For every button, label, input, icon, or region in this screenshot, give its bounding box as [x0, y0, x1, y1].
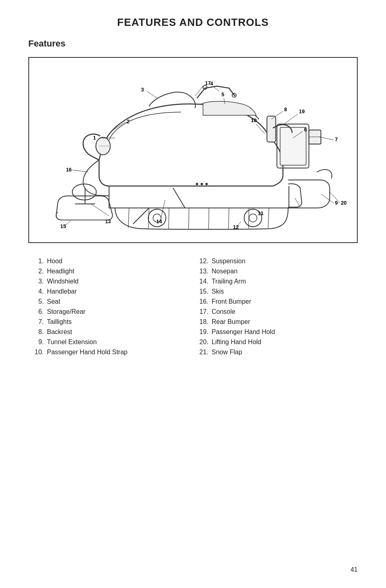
- svg-text:8: 8: [284, 106, 287, 112]
- item-label: Windshield: [47, 278, 78, 285]
- svg-text:17: 17: [205, 80, 211, 86]
- list-item: 18.Rear Bumper: [193, 318, 358, 326]
- svg-point-65: [196, 183, 198, 185]
- list-item: 14.Trailing Arm: [193, 278, 358, 285]
- svg-text:11: 11: [258, 210, 263, 216]
- svg-text:2: 2: [127, 118, 129, 125]
- list-item: 4.Handlebar: [28, 288, 193, 295]
- item-number: 3.: [28, 278, 44, 285]
- item-label: Taillights: [47, 318, 72, 326]
- item-label: Nosepan: [212, 268, 238, 275]
- svg-text:5: 5: [221, 91, 224, 97]
- svg-text:6: 6: [304, 127, 307, 133]
- svg-rect-0: [29, 60, 357, 240]
- item-number: 7.: [28, 318, 44, 326]
- list-item: 3.Windshield: [28, 278, 193, 285]
- list-item: 9.Tunnel Extension: [28, 338, 193, 346]
- list-item: 1.Hood: [28, 258, 193, 265]
- svg-text:13: 13: [105, 218, 111, 224]
- item-label: Seat: [47, 298, 60, 305]
- item-label: Skis: [212, 288, 224, 295]
- item-label: Lifting Hand Hold: [212, 338, 261, 346]
- svg-text:20: 20: [341, 200, 346, 206]
- svg-text:10: 10: [251, 117, 257, 123]
- item-label: Suspension: [212, 258, 246, 265]
- svg-rect-3: [267, 116, 276, 142]
- item-number: 5.: [28, 298, 44, 305]
- features-col-right: 12.Suspension13.Nosepan14.Trailing Arm15…: [193, 258, 358, 359]
- list-item: 16.Front Bumper: [193, 298, 358, 305]
- list-item: 12.Suspension: [193, 258, 358, 265]
- section-title: Features: [28, 38, 358, 49]
- item-label: Hood: [47, 258, 62, 265]
- item-number: 14.: [193, 278, 208, 285]
- item-number: 13.: [193, 268, 208, 275]
- item-label: Snow Flap: [212, 349, 242, 356]
- page-title: FEATURES AND CONTROLS: [28, 16, 358, 29]
- list-item: 19.Passenger Hand Hold: [193, 328, 358, 336]
- features-list: 1.Hood2.Headlight3.Windshield4.Handlebar…: [28, 258, 358, 359]
- svg-text:19: 19: [299, 108, 305, 114]
- list-item: 10.Passenger Hand Hold Strap: [28, 349, 193, 356]
- list-item: 2.Headlight: [28, 268, 193, 275]
- item-label: Trailing Arm: [212, 278, 246, 285]
- item-number: 1.: [28, 258, 44, 265]
- page-number: 41: [350, 566, 358, 573]
- item-label: Handlebar: [47, 288, 77, 295]
- svg-text:9: 9: [335, 200, 338, 206]
- item-label: Front Bumper: [212, 298, 251, 305]
- item-number: 4.: [28, 288, 44, 295]
- item-number: 20.: [193, 338, 208, 346]
- item-number: 21.: [193, 349, 208, 356]
- item-number: 2.: [28, 268, 44, 275]
- list-item: 21.Snow Flap: [193, 349, 358, 356]
- list-item: 8.Backrest: [28, 328, 193, 336]
- svg-text:16: 16: [66, 167, 72, 173]
- svg-text:12: 12: [233, 224, 239, 230]
- svg-text:14: 14: [156, 218, 162, 224]
- svg-text:15: 15: [60, 223, 66, 229]
- list-item: 13.Nosepan: [193, 268, 358, 275]
- svg-text:7: 7: [335, 136, 338, 142]
- item-number: 8.: [28, 328, 44, 336]
- svg-point-67: [206, 183, 208, 185]
- item-label: Tunnel Extension: [47, 338, 97, 346]
- item-number: 12.: [193, 258, 208, 265]
- item-number: 18.: [193, 318, 208, 326]
- item-label: Passenger Hand Hold: [212, 328, 275, 336]
- page: FEATURES AND CONTROLS Features: [0, 0, 386, 588]
- item-number: 16.: [193, 298, 208, 305]
- snowmobile-diagram: 1 2 3 4 5 6 7 8 9: [28, 57, 358, 243]
- item-number: 9.: [28, 338, 44, 346]
- item-number: 15.: [193, 288, 208, 295]
- list-item: 7.Taillights: [28, 318, 193, 326]
- item-label: Storage/Rear: [47, 308, 85, 315]
- item-label: Backrest: [47, 328, 72, 336]
- item-number: 6.: [28, 308, 44, 315]
- item-number: 10.: [28, 349, 44, 356]
- item-number: 17.: [193, 308, 208, 315]
- svg-point-66: [201, 183, 203, 185]
- item-number: 19.: [193, 328, 208, 336]
- svg-rect-2: [280, 127, 306, 165]
- list-item: 5.Seat: [28, 298, 193, 305]
- list-item: 6.Storage/Rear: [28, 308, 193, 315]
- item-label: Headlight: [47, 268, 74, 275]
- features-col-left: 1.Hood2.Headlight3.Windshield4.Handlebar…: [28, 258, 193, 359]
- svg-text:3: 3: [141, 87, 144, 93]
- list-item: 15.Skis: [193, 288, 358, 295]
- item-label: Console: [212, 308, 235, 315]
- item-label: Rear Bumper: [212, 318, 250, 326]
- list-item: 17.Console: [193, 308, 358, 315]
- svg-text:1: 1: [93, 135, 96, 141]
- item-label: Passenger Hand Hold Strap: [47, 349, 127, 356]
- list-item: 20.Lifting Hand Hold: [193, 338, 358, 346]
